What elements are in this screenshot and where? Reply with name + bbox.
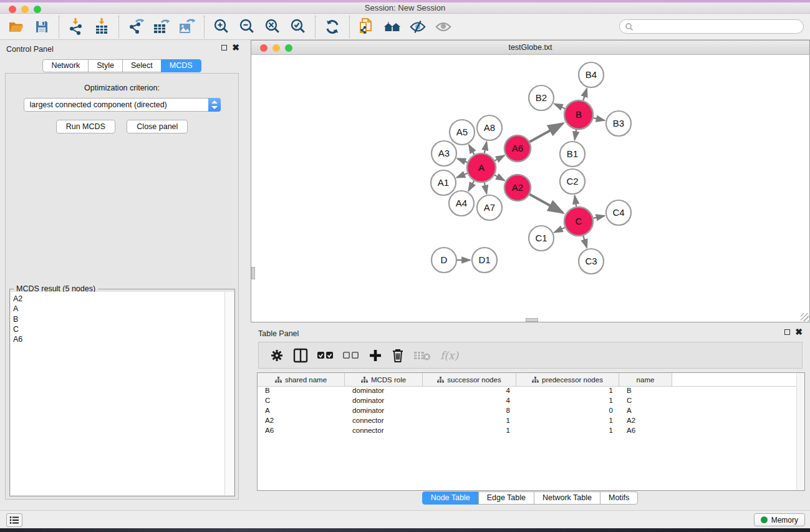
run-mcds-button[interactable]: Run MCDS [56,120,115,133]
table-scrollbar[interactable] [796,373,804,490]
delete-column-icon[interactable] [392,347,404,364]
graph-edge[interactable] [583,89,587,100]
table-cell[interactable]: 4 [423,397,516,407]
zoom-selected-icon[interactable] [289,18,307,36]
table-cell[interactable]: A [619,407,672,417]
column-header-name[interactable]: name [619,373,672,386]
result-scrollbar[interactable] [224,292,234,495]
select-all-checkboxes-icon[interactable] [317,347,334,364]
graph-edge[interactable] [529,195,562,213]
houses-icon[interactable] [383,18,401,36]
columns-icon[interactable] [293,347,308,364]
refresh-icon[interactable] [324,18,341,36]
table-cell[interactable]: A6 [619,427,672,437]
column-header-shared-name[interactable]: shared name [258,373,345,386]
table-cell[interactable]: dominator [345,387,423,397]
table-cell[interactable]: A6 [258,427,345,437]
table-cell[interactable]: 1 [516,397,619,407]
network-window-titlebar[interactable]: testGlobe.txt [251,40,810,55]
table-cell[interactable]: A2 [258,417,345,427]
graph-edge[interactable] [485,183,487,194]
table-cell[interactable]: B [619,387,672,397]
gear-icon[interactable] [270,347,284,364]
new-network-from-selection-icon[interactable] [358,18,375,36]
table-cell[interactable]: 1 [516,387,619,397]
network-canvas[interactable]: B4B2BB3A5A8A6B1A3AC2A1A2A4A7C4CC1DD1C3 [251,55,810,322]
result-list-item[interactable]: A [13,304,224,314]
table-close-panel-icon[interactable]: ✖ [795,329,803,335]
task-history-button[interactable] [6,513,22,527]
table-cell[interactable]: connector [345,427,423,437]
delete-table-icon[interactable] [413,347,431,364]
function-builder-icon[interactable]: f(x) [440,347,458,364]
tab-motifs[interactable]: Motifs [600,491,638,505]
graph-edge[interactable] [456,173,467,178]
table-cell[interactable]: 1 [423,427,516,437]
column-header-MCDS-role[interactable]: MCDS role [345,373,423,386]
tab-edge-table[interactable]: Edge Table [478,491,534,505]
table-cell[interactable]: 1 [423,417,516,427]
graph-edge[interactable] [529,123,562,142]
table-row[interactable]: Adominator80A [258,407,804,417]
table-row[interactable]: Bdominator41B [258,387,804,397]
table-cell[interactable]: connector [345,417,423,427]
table-cell[interactable]: A [258,407,345,417]
memory-button[interactable]: Memory [754,513,805,526]
export-network-icon[interactable] [127,18,145,36]
tab-mcds[interactable]: MCDS [161,59,201,72]
tab-network-table[interactable]: Network Table [534,491,600,505]
table-cell[interactable]: 4 [423,387,516,397]
close-panel-button[interactable]: Close panel [127,120,188,133]
table-cell[interactable]: dominator [345,397,423,407]
deselect-all-checkboxes-icon[interactable] [343,347,359,364]
criterion-dropdown[interactable]: largest connected component (directed) [24,98,221,112]
result-list-item[interactable]: A2 [13,294,224,304]
graph-edge[interactable] [485,142,487,153]
graph-edge[interactable] [494,175,504,181]
table-cell[interactable]: B [258,387,345,397]
table-cell[interactable]: C [619,397,672,407]
eye-slash-icon[interactable] [409,18,427,36]
graph-edge[interactable] [575,130,577,140]
graph-edge[interactable] [593,118,604,120]
result-list-item[interactable]: A6 [13,334,224,344]
result-list-item[interactable]: C [13,324,224,334]
table-cell[interactable]: 8 [423,407,516,417]
horizontal-scroll-thumb[interactable] [526,318,538,322]
table-cell[interactable]: 1 [516,417,619,427]
table-cell[interactable]: C [258,397,345,407]
column-header-predecessor-nodes[interactable]: predecessor nodes [516,373,619,386]
table-cell[interactable]: 0 [516,407,619,417]
tab-network[interactable]: Network [42,59,89,72]
column-header-successor-nodes[interactable]: successor nodes [423,373,516,386]
add-column-icon[interactable] [369,347,382,364]
import-network-icon[interactable] [67,18,85,36]
table-row[interactable]: Cdominator41C [258,397,804,407]
graph-edge[interactable] [593,216,604,218]
table-row[interactable]: A2connector11A2 [258,417,804,427]
open-file-icon[interactable] [7,18,25,36]
table-float-panel-icon[interactable] [784,329,790,335]
save-session-icon[interactable] [33,18,51,36]
import-table-icon[interactable] [93,18,110,36]
graph-edge[interactable] [469,145,475,155]
eye-icon[interactable] [435,18,452,36]
vertical-scroll-thumb[interactable] [251,267,255,279]
resize-grip[interactable] [801,313,809,321]
result-list-item[interactable]: B [13,314,224,324]
graph-edge[interactable] [554,104,565,109]
graph-edge[interactable] [468,181,474,191]
graph-edge[interactable] [583,236,587,248]
tab-style[interactable]: Style [88,59,123,72]
export-image-icon[interactable] [178,18,196,36]
zoom-fit-icon[interactable] [264,18,281,36]
tab-select[interactable]: Select [122,59,162,72]
table-cell[interactable]: 1 [516,427,619,437]
close-panel-icon[interactable]: ✖ [232,44,239,51]
graph-edge[interactable] [554,228,565,233]
table-cell[interactable]: dominator [345,407,423,417]
graph-edge[interactable] [575,196,577,207]
zoom-out-icon[interactable] [238,18,256,36]
table-cell[interactable]: A2 [619,417,672,427]
tab-node-table[interactable]: Node Table [422,491,479,505]
